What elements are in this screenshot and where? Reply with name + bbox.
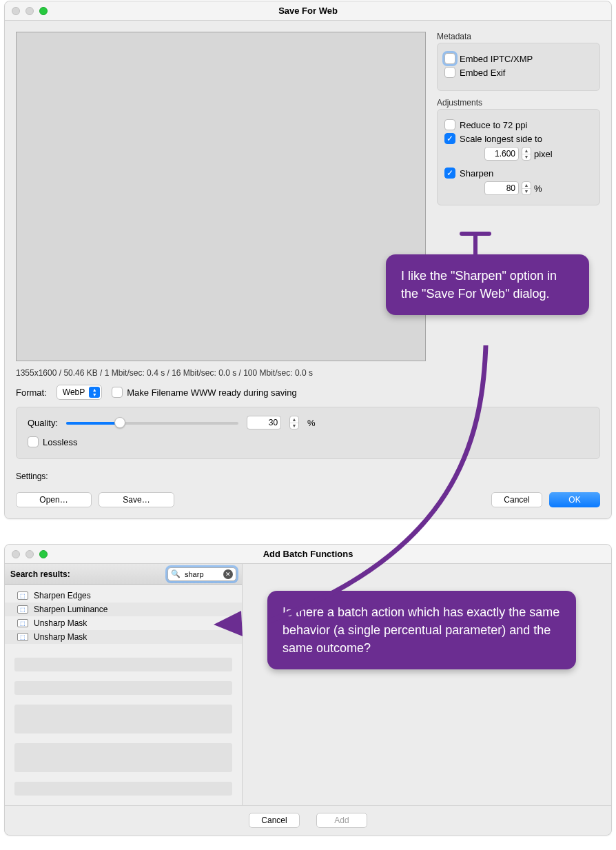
zoom-traffic-light[interactable] bbox=[39, 7, 48, 15]
quality-input[interactable] bbox=[247, 416, 281, 429]
action-icon: ⬚ bbox=[17, 605, 28, 614]
format-label: Format: bbox=[16, 387, 47, 398]
sharpen-input[interactable] bbox=[484, 181, 519, 195]
titlebar: Save For Web bbox=[5, 1, 611, 21]
minimize-traffic-light[interactable] bbox=[25, 550, 34, 558]
sharpen-stepper[interactable]: ▲▼ bbox=[522, 181, 531, 195]
placeholder bbox=[14, 705, 232, 733]
lossless-checkbox[interactable] bbox=[28, 436, 39, 447]
quality-label: Quality: bbox=[28, 418, 58, 428]
metadata-panel: Embed IPTC/XMP Embed Exif bbox=[437, 43, 600, 91]
window-title-2: Add Batch Functions bbox=[5, 549, 611, 559]
list-item[interactable]: ⬚Sharpen Edges bbox=[5, 589, 242, 603]
clear-icon[interactable]: ✕ bbox=[223, 569, 233, 579]
quality-unit: % bbox=[307, 418, 316, 428]
adjustments-label: Adjustments bbox=[437, 98, 600, 108]
metadata-label: Metadata bbox=[437, 32, 600, 41]
save-button[interactable]: Save… bbox=[99, 492, 174, 507]
sidebar: Search results: 🔍 ✕ ⬚Sharpen Edges ⬚Shar… bbox=[5, 564, 243, 805]
list-item[interactable]: ⬚Sharpen Luminance bbox=[5, 603, 242, 616]
lossless-label: Lossless bbox=[43, 437, 78, 447]
ok-button[interactable]: OK bbox=[549, 492, 600, 507]
scale-input[interactable] bbox=[484, 147, 519, 161]
embed-exif-label: Embed Exif bbox=[460, 68, 505, 78]
action-icon: ⬚ bbox=[17, 633, 28, 641]
list-item[interactable]: ⬚Unsharp Mask bbox=[5, 630, 242, 644]
open-button[interactable]: Open… bbox=[16, 492, 92, 507]
embed-iptc-checkbox[interactable] bbox=[444, 53, 455, 64]
close-traffic-light[interactable] bbox=[12, 550, 20, 558]
add-button[interactable]: Add bbox=[316, 813, 367, 828]
scale-unit: pixel bbox=[534, 149, 553, 159]
cancel-button-2[interactable]: Cancel bbox=[249, 813, 300, 828]
scale-checkbox[interactable]: ✓ bbox=[444, 133, 455, 144]
adjustments-panel: Reduce to 72 ppi ✓ Scale longest side to… bbox=[437, 109, 600, 205]
action-icon: ⬚ bbox=[17, 619, 28, 627]
search-results-label: Search results: bbox=[10, 569, 70, 579]
add-batch-functions-window: Add Batch Functions Search results: 🔍 ✕ … bbox=[4, 544, 612, 836]
format-value: WebP bbox=[63, 387, 85, 397]
www-ready-label: Make Filename WWW ready during saving bbox=[127, 387, 296, 398]
reduce-ppi-checkbox[interactable] bbox=[444, 119, 455, 130]
sharpen-label: Sharpen bbox=[460, 168, 493, 179]
settings-label: Settings: bbox=[16, 472, 600, 481]
annotation-2: Is there a batch action which has exactl… bbox=[267, 591, 576, 669]
sharpen-unit: % bbox=[534, 183, 542, 194]
quality-panel: Quality: ▲▼ % Lossless bbox=[16, 407, 600, 459]
format-select[interactable]: WebP ▲▼ bbox=[57, 385, 102, 400]
reduce-ppi-label: Reduce to 72 ppi bbox=[460, 120, 527, 130]
minimize-traffic-light[interactable] bbox=[25, 7, 34, 15]
close-traffic-light[interactable] bbox=[12, 7, 20, 15]
search-input[interactable] bbox=[183, 569, 220, 579]
action-icon: ⬚ bbox=[17, 591, 28, 600]
quality-stepper[interactable]: ▲▼ bbox=[289, 416, 299, 429]
www-ready-checkbox[interactable] bbox=[112, 387, 123, 398]
cancel-button[interactable]: Cancel bbox=[491, 492, 542, 507]
placeholder bbox=[14, 658, 232, 671]
image-info: 1355x1600 / 50.46 KB / 1 Mbit/sec: 0.4 s… bbox=[16, 368, 600, 378]
image-preview bbox=[16, 32, 426, 361]
window-title: Save For Web bbox=[5, 6, 611, 16]
list-item[interactable]: ⬚Unsharp Mask bbox=[5, 616, 242, 630]
results-list: ⬚Sharpen Edges ⬚Sharpen Luminance ⬚Unsha… bbox=[5, 585, 242, 648]
placeholder bbox=[14, 743, 232, 772]
search-input-wrap[interactable]: 🔍 ✕ bbox=[167, 567, 236, 581]
scale-label: Scale longest side to bbox=[460, 134, 542, 144]
sharpen-checkbox[interactable]: ✓ bbox=[444, 168, 455, 179]
zoom-traffic-light[interactable] bbox=[39, 550, 48, 558]
titlebar-2: Add Batch Functions bbox=[5, 545, 611, 564]
embed-exif-checkbox[interactable] bbox=[444, 67, 455, 78]
placeholder bbox=[14, 782, 232, 796]
embed-iptc-label: Embed IPTC/XMP bbox=[460, 54, 533, 64]
annotation-1: I like the "Sharpen" option in the "Save… bbox=[386, 254, 589, 315]
placeholder bbox=[14, 681, 232, 695]
quality-slider[interactable] bbox=[66, 416, 238, 429]
search-icon: 🔍 bbox=[171, 569, 181, 578]
scale-stepper[interactable]: ▲▼ bbox=[522, 147, 531, 161]
